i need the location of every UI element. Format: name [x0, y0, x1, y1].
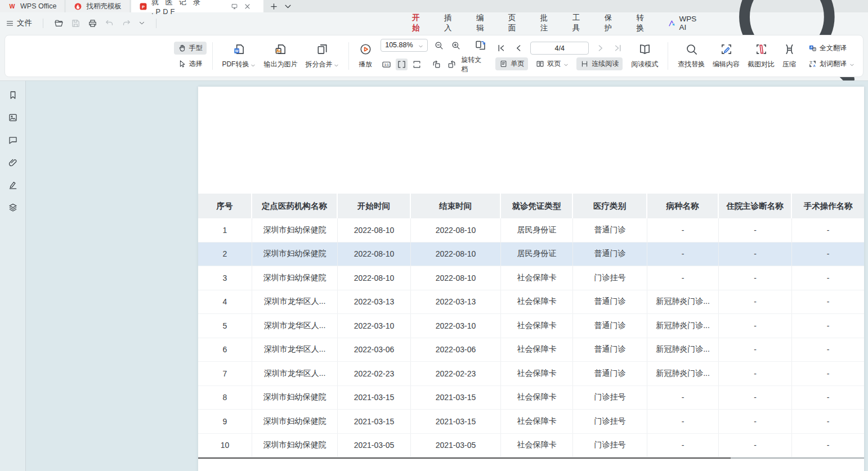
quick-access-chevron-icon[interactable]	[138, 20, 145, 26]
screenshot-compare-button[interactable]: 截图对比	[744, 40, 778, 72]
table-cell: 2022-03-10	[411, 314, 501, 338]
close-tab-icon[interactable]	[244, 3, 251, 10]
table-cell: -	[719, 410, 792, 433]
table-cell: -	[792, 434, 864, 457]
menu-edit[interactable]: 编辑	[475, 11, 491, 35]
divider	[668, 42, 668, 70]
table-cell: 社会保障卡	[501, 386, 573, 410]
table-cell: 深圳市妇幼保健院	[252, 410, 338, 433]
bookmark-icon[interactable]	[8, 90, 18, 100]
open-file-icon[interactable]	[54, 19, 64, 28]
menu-protect[interactable]: 保护	[603, 11, 619, 35]
tab-docer-templates[interactable]: 找稻壳模板	[66, 0, 129, 12]
first-page-button[interactable]	[495, 42, 507, 54]
prev-page-button[interactable]	[513, 42, 525, 54]
new-tab-icon[interactable]	[270, 2, 278, 11]
table-cell: 深圳市龙华区人...	[252, 338, 338, 362]
table-cell: 新冠肺炎门诊...	[647, 362, 719, 385]
double-page-button[interactable]: 双页	[532, 57, 572, 70]
menu-home[interactable]: 开始	[411, 11, 427, 35]
table-cell: -	[719, 266, 792, 290]
table-header-cell: 序号	[198, 194, 252, 218]
medical-records-table: 序号定点医药机构名称开始时间结束时间就诊凭证类型医疗类别病种名称住院主诊断名称手…	[198, 194, 864, 459]
fit-width-icon	[397, 60, 406, 69]
fulltext-translate-button[interactable]: A文 全文翻译	[804, 42, 858, 55]
table-cell: 4	[198, 290, 252, 314]
tab-document-pdf[interactable]: P 就 医 记 录 .PDF	[131, 0, 263, 12]
table-cell: 2022-03-06	[338, 338, 411, 362]
menu-convert[interactable]: 转换	[636, 11, 651, 35]
table-cell: 普通门诊	[573, 314, 647, 338]
table-cell: 10	[198, 434, 252, 457]
thumbnail-icon[interactable]	[8, 113, 18, 123]
menu-annotate[interactable]: 批注	[539, 11, 555, 35]
table-cell: 深圳市妇幼保健院	[252, 218, 338, 242]
edit-content-button[interactable]: 编辑内容	[709, 40, 744, 72]
select-tool-button[interactable]: 选择	[174, 57, 207, 70]
tab-label: 找稻壳模板	[86, 2, 122, 11]
zoom-in-button[interactable]	[450, 39, 462, 51]
actual-size-button[interactable]: 1:1	[381, 59, 392, 70]
play-button[interactable]: 播放	[355, 40, 376, 72]
tab-wps-office[interactable]: W WPS Office	[0, 0, 64, 12]
table-row: 6深圳市龙华区人...2022-03-062022-03-06社会保障卡普通门诊…	[198, 338, 864, 362]
table-cell: 2022-08-10	[338, 266, 411, 290]
single-page-icon	[499, 60, 508, 68]
last-page-button[interactable]	[612, 42, 624, 54]
monitor-icon[interactable]	[231, 3, 238, 10]
fit-page-button[interactable]	[411, 59, 423, 70]
word-translate-button[interactable]: 文A 划词翻译	[804, 57, 858, 70]
attachment-icon[interactable]	[8, 158, 18, 168]
rotate-left-button[interactable]	[431, 59, 442, 70]
export-image-button[interactable]: 输出为图片	[259, 40, 301, 72]
redo-icon[interactable]	[122, 19, 131, 28]
signature-icon[interactable]	[8, 180, 18, 190]
wps-ai-button[interactable]: WPS AI	[668, 15, 703, 32]
file-menu-button[interactable]: 文件	[6, 18, 32, 28]
find-replace-button[interactable]: 查找替换	[674, 40, 709, 72]
menu-insert[interactable]: 插入	[443, 11, 459, 35]
play-icon	[359, 43, 372, 56]
comment-icon[interactable]	[8, 135, 18, 145]
table-row: 8深圳市妇幼保健院2021-03-152021-03-15社会保障卡门诊挂号--…	[198, 386, 864, 410]
table-cell: 新冠肺炎门诊...	[647, 314, 719, 338]
table-cell: 2021-03-15	[338, 386, 411, 410]
single-page-button[interactable]: 单页	[495, 57, 528, 70]
double-page-icon	[536, 60, 544, 68]
table-row: 3深圳市妇幼保健院2022-08-102022-08-10社会保障卡门诊挂号--…	[198, 266, 864, 290]
select-tool-label: 选择	[189, 59, 203, 69]
table-cell: 2021-03-05	[411, 434, 501, 457]
rotate-right-button[interactable]	[446, 59, 458, 70]
table-bottom-border	[198, 457, 864, 459]
menu-tools[interactable]: 工具	[571, 11, 587, 35]
svg-text:文: 文	[813, 48, 815, 51]
hand-tool-button[interactable]: 手型	[174, 42, 207, 55]
page-arrange-button[interactable]	[473, 38, 487, 52]
continuous-read-button[interactable]: 连续阅读	[576, 57, 623, 70]
read-mode-button[interactable]: 阅读模式	[627, 40, 662, 72]
print-icon[interactable]	[88, 19, 97, 28]
table-cell: 普通门诊	[573, 243, 647, 266]
zoom-out-button[interactable]	[433, 39, 445, 51]
table-cell: 社会保障卡	[501, 266, 573, 290]
fit-width-button[interactable]	[396, 59, 408, 70]
page-number-input[interactable]	[530, 42, 589, 55]
menu-page[interactable]: 页面	[507, 11, 523, 35]
file-menu-label: 文件	[17, 18, 32, 28]
save-icon[interactable]	[71, 19, 80, 28]
table-cell: 深圳市妇幼保健院	[252, 386, 338, 410]
undo-icon[interactable]	[105, 19, 114, 28]
tab-list-chevron-icon[interactable]	[284, 2, 292, 11]
layers-icon[interactable]	[8, 203, 18, 213]
compress-button[interactable]: 压缩	[778, 40, 800, 72]
chevron-down-icon	[250, 62, 256, 67]
split-merge-button[interactable]: 拆分合并	[301, 40, 343, 72]
document-viewport[interactable]: 序号定点医药机构名称开始时间结束时间就诊凭证类型医疗类别病种名称住院主诊断名称手…	[26, 80, 868, 471]
next-page-button[interactable]	[594, 42, 606, 54]
next-page-icon	[596, 43, 605, 53]
table-cell: -	[647, 386, 719, 410]
rotate-doc-label[interactable]: 旋转文档	[461, 55, 487, 74]
table-cell: -	[719, 218, 792, 242]
pdf-convert-button[interactable]: W PDF转换	[218, 40, 259, 72]
zoom-level-select[interactable]: 105.88%	[381, 39, 428, 52]
